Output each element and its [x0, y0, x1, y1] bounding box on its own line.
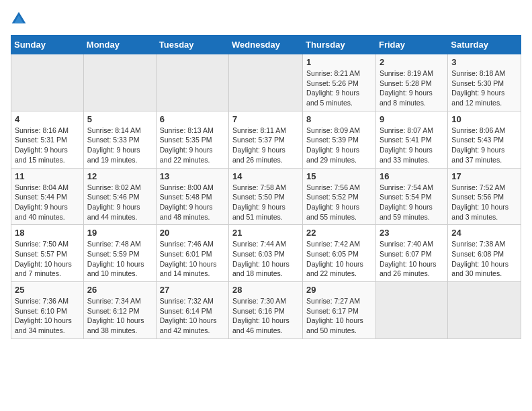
week-row-2: 4Sunrise: 8:16 AM Sunset: 5:31 PM Daylig… — [11, 111, 521, 168]
calendar-cell — [11, 54, 84, 111]
calendar-cell: 16Sunrise: 7:54 AM Sunset: 5:54 PM Dayli… — [375, 168, 447, 225]
calendar-cell: 29Sunrise: 7:27 AM Sunset: 6:17 PM Dayli… — [303, 282, 376, 339]
day-info: Sunrise: 7:30 AM Sunset: 6:16 PM Dayligh… — [232, 296, 299, 336]
week-row-1: 1Sunrise: 8:21 AM Sunset: 5:26 PM Daylig… — [11, 54, 521, 111]
calendar-cell: 10Sunrise: 8:06 AM Sunset: 5:43 PM Dayli… — [448, 111, 521, 168]
day-info: Sunrise: 8:13 AM Sunset: 5:35 PM Dayligh… — [160, 126, 225, 165]
calendar-cell: 1Sunrise: 8:21 AM Sunset: 5:26 PM Daylig… — [303, 54, 376, 111]
day-number: 20 — [160, 228, 225, 238]
day-number: 10 — [451, 114, 517, 124]
day-number: 25 — [15, 285, 80, 295]
calendar-cell: 20Sunrise: 7:46 AM Sunset: 6:01 PM Dayli… — [156, 225, 228, 282]
day-info: Sunrise: 8:21 AM Sunset: 5:26 PM Dayligh… — [306, 68, 372, 108]
week-row-3: 11Sunrise: 8:04 AM Sunset: 5:44 PM Dayli… — [11, 168, 521, 225]
calendar-cell: 22Sunrise: 7:42 AM Sunset: 6:05 PM Dayli… — [303, 225, 376, 282]
day-number: 21 — [232, 228, 299, 238]
weekday-header-thursday: Thursday — [303, 36, 376, 54]
day-number: 28 — [232, 285, 299, 295]
calendar-cell: 6Sunrise: 8:13 AM Sunset: 5:35 PM Daylig… — [156, 111, 228, 168]
calendar-cell — [229, 54, 303, 111]
day-number: 12 — [87, 171, 152, 181]
calendar-cell: 3Sunrise: 8:18 AM Sunset: 5:30 PM Daylig… — [448, 54, 521, 111]
weekday-header-tuesday: Tuesday — [156, 36, 228, 54]
calendar-cell: 4Sunrise: 8:16 AM Sunset: 5:31 PM Daylig… — [11, 111, 84, 168]
day-info: Sunrise: 8:06 AM Sunset: 5:43 PM Dayligh… — [451, 126, 517, 165]
day-info: Sunrise: 7:32 AM Sunset: 6:14 PM Dayligh… — [160, 296, 225, 336]
day-number: 15 — [306, 171, 372, 181]
weekday-header-sunday: Sunday — [11, 36, 84, 54]
day-info: Sunrise: 7:54 AM Sunset: 5:54 PM Dayligh… — [380, 183, 444, 222]
day-number: 17 — [451, 171, 517, 181]
day-info: Sunrise: 7:46 AM Sunset: 6:01 PM Dayligh… — [160, 239, 225, 279]
calendar-cell: 2Sunrise: 8:19 AM Sunset: 5:28 PM Daylig… — [375, 54, 447, 111]
calendar-cell: 5Sunrise: 8:14 AM Sunset: 5:33 PM Daylig… — [83, 111, 156, 168]
calendar-table: SundayMondayTuesdayWednesdayThursdayFrid… — [11, 35, 521, 339]
weekday-header-row: SundayMondayTuesdayWednesdayThursdayFrid… — [11, 36, 521, 54]
day-info: Sunrise: 7:42 AM Sunset: 6:05 PM Dayligh… — [306, 239, 372, 279]
day-number: 29 — [306, 285, 372, 295]
calendar-cell: 23Sunrise: 7:40 AM Sunset: 6:07 PM Dayli… — [375, 225, 447, 282]
day-number: 27 — [160, 285, 225, 295]
day-number: 9 — [380, 114, 444, 124]
calendar-cell: 24Sunrise: 7:38 AM Sunset: 6:08 PM Dayli… — [448, 225, 521, 282]
day-number: 7 — [232, 114, 299, 124]
day-number: 8 — [306, 114, 372, 124]
calendar-cell: 12Sunrise: 8:02 AM Sunset: 5:46 PM Dayli… — [83, 168, 156, 225]
day-number: 22 — [306, 228, 372, 238]
day-number: 14 — [232, 171, 299, 181]
calendar-cell: 26Sunrise: 7:34 AM Sunset: 6:12 PM Dayli… — [83, 282, 156, 339]
page-header — [11, 11, 521, 27]
calendar-cell — [156, 54, 228, 111]
calendar-cell: 7Sunrise: 8:11 AM Sunset: 5:37 PM Daylig… — [229, 111, 303, 168]
weekday-header-wednesday: Wednesday — [229, 36, 303, 54]
day-number: 6 — [160, 114, 225, 124]
week-row-4: 18Sunrise: 7:50 AM Sunset: 5:57 PM Dayli… — [11, 225, 521, 282]
day-info: Sunrise: 8:02 AM Sunset: 5:46 PM Dayligh… — [87, 183, 152, 222]
day-info: Sunrise: 8:00 AM Sunset: 5:48 PM Dayligh… — [160, 183, 225, 222]
calendar-cell — [448, 282, 521, 339]
day-info: Sunrise: 8:04 AM Sunset: 5:44 PM Dayligh… — [15, 183, 80, 222]
day-info: Sunrise: 7:58 AM Sunset: 5:50 PM Dayligh… — [232, 183, 299, 222]
calendar-cell: 17Sunrise: 7:52 AM Sunset: 5:56 PM Dayli… — [448, 168, 521, 225]
day-info: Sunrise: 8:14 AM Sunset: 5:33 PM Dayligh… — [87, 126, 152, 165]
day-info: Sunrise: 8:19 AM Sunset: 5:28 PM Dayligh… — [380, 68, 444, 108]
weekday-header-friday: Friday — [375, 36, 447, 54]
day-number: 19 — [87, 228, 152, 238]
calendar-cell: 13Sunrise: 8:00 AM Sunset: 5:48 PM Dayli… — [156, 168, 228, 225]
calendar-cell: 8Sunrise: 8:09 AM Sunset: 5:39 PM Daylig… — [303, 111, 376, 168]
calendar-cell — [83, 54, 156, 111]
day-info: Sunrise: 7:44 AM Sunset: 6:03 PM Dayligh… — [232, 239, 299, 279]
day-info: Sunrise: 7:56 AM Sunset: 5:52 PM Dayligh… — [306, 183, 372, 222]
weekday-header-monday: Monday — [83, 36, 156, 54]
day-info: Sunrise: 8:09 AM Sunset: 5:39 PM Dayligh… — [306, 126, 372, 165]
calendar-cell — [375, 282, 447, 339]
day-number: 1 — [306, 57, 372, 67]
day-number: 16 — [380, 171, 444, 181]
calendar-cell: 21Sunrise: 7:44 AM Sunset: 6:03 PM Dayli… — [229, 225, 303, 282]
calendar-cell: 11Sunrise: 8:04 AM Sunset: 5:44 PM Dayli… — [11, 168, 84, 225]
calendar-cell: 9Sunrise: 8:07 AM Sunset: 5:41 PM Daylig… — [375, 111, 447, 168]
day-info: Sunrise: 7:52 AM Sunset: 5:56 PM Dayligh… — [451, 183, 517, 222]
logo — [11, 11, 30, 27]
day-info: Sunrise: 7:36 AM Sunset: 6:10 PM Dayligh… — [15, 296, 80, 336]
day-info: Sunrise: 7:38 AM Sunset: 6:08 PM Dayligh… — [451, 239, 517, 279]
day-number: 13 — [160, 171, 225, 181]
weekday-header-saturday: Saturday — [448, 36, 521, 54]
day-info: Sunrise: 7:48 AM Sunset: 5:59 PM Dayligh… — [87, 239, 152, 279]
day-number: 2 — [380, 57, 444, 67]
day-number: 3 — [451, 57, 517, 67]
day-number: 5 — [87, 114, 152, 124]
day-info: Sunrise: 7:27 AM Sunset: 6:17 PM Dayligh… — [306, 296, 372, 336]
logo-icon — [11, 11, 27, 27]
day-number: 18 — [15, 228, 80, 238]
day-info: Sunrise: 7:34 AM Sunset: 6:12 PM Dayligh… — [87, 296, 152, 336]
calendar-cell: 15Sunrise: 7:56 AM Sunset: 5:52 PM Dayli… — [303, 168, 376, 225]
day-info: Sunrise: 7:40 AM Sunset: 6:07 PM Dayligh… — [380, 239, 444, 279]
day-number: 11 — [15, 171, 80, 181]
day-info: Sunrise: 8:07 AM Sunset: 5:41 PM Dayligh… — [380, 126, 444, 165]
day-number: 23 — [380, 228, 444, 238]
day-info: Sunrise: 8:18 AM Sunset: 5:30 PM Dayligh… — [451, 68, 517, 108]
calendar-cell: 14Sunrise: 7:58 AM Sunset: 5:50 PM Dayli… — [229, 168, 303, 225]
day-number: 26 — [87, 285, 152, 295]
calendar-cell: 28Sunrise: 7:30 AM Sunset: 6:16 PM Dayli… — [229, 282, 303, 339]
